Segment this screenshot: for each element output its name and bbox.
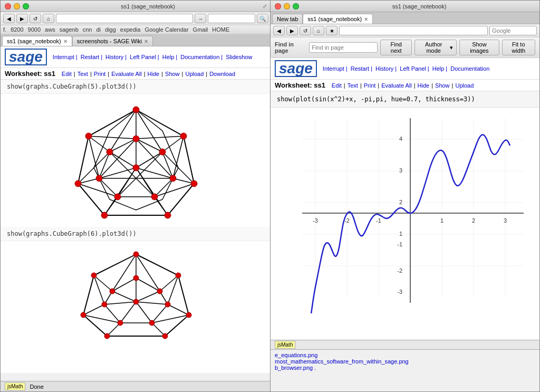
back-btn[interactable]: ◀ xyxy=(3,14,15,23)
menu-restart[interactable]: Restart xyxy=(81,54,99,60)
right-menu-documentation[interactable]: Documentation xyxy=(450,65,489,72)
show-images-btn[interactable]: Show images xyxy=(459,40,499,55)
left-window-controls xyxy=(5,3,29,9)
svg-point-46 xyxy=(75,180,81,187)
tab-new-tab[interactable]: New tab xyxy=(272,14,303,24)
right-home-btn[interactable]: ⌂ xyxy=(313,26,324,35)
right-back-btn[interactable]: ◀ xyxy=(273,26,285,35)
right-menu-interrupt[interactable]: Interrupt xyxy=(323,65,344,72)
left-window: ss1 (sage_notebook) ⤢ ◀ ▶ ↺ ⌂ http://loc… xyxy=(0,0,272,392)
left-sage-header: sage Interrupt| Restart| History| Left P… xyxy=(1,46,271,68)
right-nav-extra[interactable]: ★ xyxy=(326,26,338,35)
link-equations[interactable]: e_equations.png xyxy=(275,352,317,358)
forward-btn[interactable]: ▶ xyxy=(16,14,28,23)
svg-point-85 xyxy=(133,252,139,257)
ws-print[interactable]: Print xyxy=(94,71,106,77)
minimize-btn[interactable] xyxy=(14,3,20,9)
left-address-bar[interactable]: http://localhost:8000/ss1 xyxy=(56,14,193,23)
fit-to-width-label: Fit to width xyxy=(506,41,532,54)
home-btn[interactable]: ⌂ xyxy=(43,14,54,23)
svg-text:2: 2 xyxy=(472,217,475,224)
right-ws-evaluate-all[interactable]: Evaluate All xyxy=(381,82,411,89)
tab-ss1-label: ss1 (sage_notebook) xyxy=(7,38,61,44)
resize-icon[interactable]: ⤢ xyxy=(263,3,267,9)
bookmark-8200[interactable]: 8200 xyxy=(11,26,23,33)
right-close-btn[interactable] xyxy=(275,3,281,9)
right-maximize-btn[interactable] xyxy=(293,3,299,9)
right-menu-history[interactable]: History xyxy=(375,65,393,72)
left-worksheet-bar: Worksheet: ss1 Edit| Text| Print| Evalua… xyxy=(1,68,271,80)
bookmark-gcal[interactable]: Google Calendar xyxy=(144,26,188,33)
right-ws-edit[interactable]: Edit xyxy=(332,82,342,89)
link-browser[interactable]: b_browser.png . xyxy=(275,365,316,371)
bookmark-digg[interactable]: digg xyxy=(105,26,116,33)
svg-point-97 xyxy=(102,302,107,307)
reload-btn[interactable]: ↺ xyxy=(30,14,41,23)
svg-point-96 xyxy=(118,320,123,326)
svg-text:-1: -1 xyxy=(397,241,402,247)
right-ws-upload[interactable]: Upload xyxy=(455,82,474,89)
right-minimize-btn[interactable] xyxy=(284,3,290,9)
tab-ss1-left[interactable]: ss1 (sage_notebook) ✕ xyxy=(2,36,72,46)
tab-close-ss1-right[interactable]: ✕ xyxy=(364,16,368,22)
svg-text:-3: -3 xyxy=(397,289,402,295)
go-btn[interactable]: → xyxy=(195,14,206,23)
svg-point-88 xyxy=(162,333,168,339)
right-window: ss1 (sage_notebook) New tab ss1 (sage_no… xyxy=(270,0,540,392)
right-forward-btn[interactable]: ▶ xyxy=(286,26,298,35)
svg-point-51 xyxy=(151,194,158,200)
link-mathematics[interactable]: most_mathematics_software_from_within_sa… xyxy=(275,358,409,365)
right-address-bar[interactable]: http://localhost:8000/ss1 xyxy=(339,26,488,35)
code-text-2: show(graphs.CubeGraph(6).plot3d()) xyxy=(7,230,137,237)
fit-to-width-btn[interactable]: Fit to width xyxy=(502,40,535,55)
ws-edit[interactable]: Edit xyxy=(62,71,72,77)
right-menu-help[interactable]: Help xyxy=(432,65,445,72)
right-ws-hide[interactable]: Hide xyxy=(418,82,430,89)
svg-point-44 xyxy=(165,212,171,218)
tab-close-ss1[interactable]: ✕ xyxy=(63,39,68,44)
tab-close-screenshots[interactable]: ✕ xyxy=(144,39,148,44)
svg-point-54 xyxy=(107,149,113,155)
find-input[interactable] xyxy=(309,42,378,53)
right-reload-btn[interactable]: ↺ xyxy=(300,26,311,35)
right-sage-menu: Interrupt| Restart| History| Left Panel|… xyxy=(321,65,491,72)
right-ws-print[interactable]: Print xyxy=(364,82,376,89)
bookmark-cnn[interactable]: cnn xyxy=(83,26,92,33)
bookmark-aws[interactable]: aws xyxy=(45,26,55,33)
author-mode-label: Author mode xyxy=(418,41,449,54)
bookmark-f[interactable]: f. xyxy=(3,26,6,33)
menu-help[interactable]: Help xyxy=(162,54,175,60)
right-ws-show[interactable]: Show xyxy=(435,82,450,89)
tab-screenshots[interactable]: screenshots - SAGE Wiki ✕ xyxy=(72,36,153,46)
bookmark-home[interactable]: HOME xyxy=(212,26,229,33)
bookmark-gmail[interactable]: Gmail xyxy=(193,26,208,33)
bookmark-9000[interactable]: 9000 xyxy=(28,26,41,33)
right-search-box[interactable] xyxy=(489,26,537,35)
right-ws-text[interactable]: Text xyxy=(348,82,358,89)
bookmark-sagenb[interactable]: sagenb xyxy=(60,26,79,33)
find-next-btn[interactable]: Find next xyxy=(380,40,412,55)
ws-upload[interactable]: Upload xyxy=(185,71,204,77)
menu-interrupt[interactable]: Interrupt xyxy=(53,54,74,60)
close-btn[interactable] xyxy=(5,3,11,9)
bookmark-expedia[interactable]: expedia xyxy=(120,26,141,33)
left-search-box[interactable]: nt screen os xyxy=(208,14,255,23)
svg-point-50 xyxy=(170,175,176,181)
ws-download[interactable]: Download xyxy=(209,71,235,77)
maximize-btn[interactable] xyxy=(23,3,29,9)
menu-history[interactable]: History xyxy=(105,54,123,60)
tab-ss1-right[interactable]: ss1 (sage_notebook) ✕ xyxy=(303,14,373,24)
ws-hide[interactable]: Hide xyxy=(148,71,160,77)
search-btn[interactable]: 🔍 xyxy=(257,14,268,23)
ws-show[interactable]: Show xyxy=(165,71,180,77)
menu-documentation[interactable]: Documentation xyxy=(180,54,219,60)
menu-slideshow[interactable]: Slideshow xyxy=(226,54,252,60)
ws-evaluate-all[interactable]: Evaluate All xyxy=(111,71,141,77)
right-menu-leftpanel[interactable]: Left Panel xyxy=(400,65,426,72)
author-mode-btn[interactable]: Author mode ▾ xyxy=(414,40,457,55)
ws-text[interactable]: Text xyxy=(78,71,88,77)
bookmark-di[interactable]: di xyxy=(97,26,101,33)
right-menu-restart[interactable]: Restart xyxy=(351,65,369,72)
svg-point-98 xyxy=(110,289,115,294)
menu-leftpanel[interactable]: Left Panel xyxy=(130,54,156,60)
